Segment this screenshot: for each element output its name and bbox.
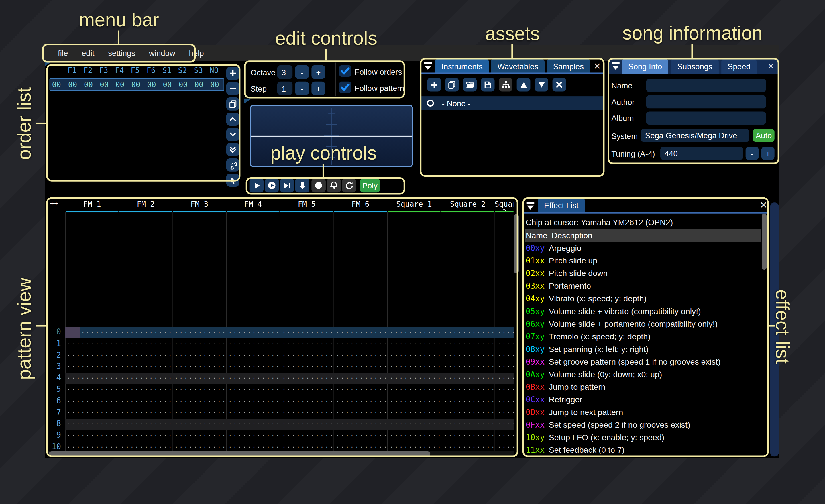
- pattern-cell[interactable]: ···········: [65, 339, 119, 350]
- pattern-row-cells[interactable]: ········································…: [65, 385, 514, 396]
- play-from-cursor-button[interactable]: [280, 178, 294, 193]
- pattern-cell[interactable]: ···········: [65, 373, 119, 384]
- pattern-cell[interactable]: ···········: [442, 385, 496, 396]
- pattern-cell[interactable]: ···········: [119, 408, 173, 419]
- tuning-minus-button[interactable]: -: [746, 147, 759, 160]
- pattern-cell[interactable]: ···········: [119, 373, 173, 384]
- stop-button[interactable]: [311, 178, 326, 193]
- auto-system-button[interactable]: Auto: [753, 129, 774, 142]
- pattern-row-cells[interactable]: ········································…: [65, 373, 514, 384]
- tuning-input[interactable]: 440: [660, 147, 743, 160]
- pattern-cell[interactable]: ···········: [388, 408, 442, 419]
- pattern-cell[interactable]: ···········: [496, 385, 514, 396]
- order-channel-header[interactable]: F4: [111, 66, 127, 74]
- channel-header-fm-1[interactable]: FM 1: [65, 200, 119, 211]
- effect-row[interactable]: 07xyTremolo (x: speed; y: depth): [525, 330, 761, 343]
- pattern-cell[interactable]: ···········: [65, 361, 119, 372]
- order-remove-button[interactable]: [226, 82, 239, 95]
- pattern-cell[interactable]: ···········: [496, 339, 514, 350]
- order-cell[interactable]: 00: [191, 80, 207, 89]
- channel-header-square-2[interactable]: Square 2: [441, 200, 495, 211]
- pattern-cell[interactable]: ···········: [281, 350, 334, 361]
- pattern-cell[interactable]: ···········: [119, 385, 173, 396]
- pattern-hscrollbar[interactable]: [49, 451, 431, 456]
- effect-row[interactable]: 10xySetup LFO (x: enable; y: speed): [525, 431, 761, 444]
- pattern-cell[interactable]: ···········: [65, 408, 119, 419]
- tab-effect-list[interactable]: Effect List: [538, 198, 585, 213]
- order-cell[interactable]: 00: [128, 80, 144, 89]
- octave-minus-button[interactable]: -: [295, 65, 309, 79]
- pattern-cell[interactable]: ···········: [388, 373, 442, 384]
- channel-header-fm-6[interactable]: FM 6: [333, 200, 387, 211]
- menu-item-settings[interactable]: settings: [101, 49, 142, 57]
- effect-row[interactable]: 00xyArpeggio: [525, 242, 761, 255]
- pattern-cell[interactable]: ···········: [281, 339, 334, 350]
- effect-row[interactable]: 01xxPitch slide up: [525, 255, 761, 267]
- menu-item-edit[interactable]: edit: [75, 49, 101, 57]
- pattern-cell[interactable]: ···········: [119, 396, 173, 407]
- pattern-cell[interactable]: ···········: [119, 419, 173, 430]
- effect-row[interactable]: 11xxSet feedback (0 to 7): [525, 444, 761, 456]
- tab-samples[interactable]: Samples: [547, 59, 590, 74]
- pattern-cell[interactable]: ···········: [334, 385, 388, 396]
- tab-instruments[interactable]: Instruments: [435, 59, 489, 74]
- pattern-cell[interactable]: ···········: [496, 350, 514, 361]
- pattern-cell[interactable]: ···········: [442, 430, 496, 441]
- effect-row[interactable]: 06xyVolume slide + portamento (compatibi…: [525, 318, 761, 330]
- pattern-cell[interactable]: ···········: [388, 339, 442, 350]
- pattern-cell[interactable]: ···········: [65, 385, 119, 396]
- pattern-cell[interactable]: ···········: [281, 430, 334, 441]
- tuning-plus-button[interactable]: +: [761, 147, 774, 160]
- pattern-cell[interactable]: ···········: [227, 373, 281, 384]
- pattern-cell[interactable]: ···········: [334, 339, 388, 350]
- effect-row[interactable]: 09xxSet groove pattern (speed 1 if no gr…: [525, 356, 761, 368]
- step-row-button[interactable]: [295, 178, 309, 193]
- order-channel-header[interactable]: F1: [64, 66, 80, 74]
- pattern-cell[interactable]: ···········: [173, 430, 227, 441]
- order-add-button[interactable]: [226, 67, 239, 80]
- pattern-cell[interactable]: ···········: [388, 396, 442, 407]
- order-cell[interactable]: 00: [96, 80, 112, 89]
- pattern-cell[interactable]: ···········: [388, 430, 442, 441]
- effect-row[interactable]: 04xyVibrato (x: speed; y: depth): [525, 292, 761, 305]
- order-channel-header[interactable]: F3: [96, 66, 111, 74]
- pattern-cell[interactable]: ···········: [442, 408, 496, 419]
- move-asset-up-button[interactable]: [517, 78, 530, 92]
- pattern-cell[interactable]: ···········: [173, 408, 227, 419]
- close-icon[interactable]: ✕: [760, 201, 767, 210]
- delete-asset-button[interactable]: [552, 78, 566, 92]
- effect-row[interactable]: 03xxPortamento: [525, 280, 761, 292]
- order-channel-header[interactable]: F6: [143, 66, 159, 74]
- pattern-cell[interactable]: ···········: [65, 396, 119, 407]
- pattern-cell[interactable]: ···········: [173, 419, 227, 430]
- pattern-row-cells[interactable]: ········································…: [65, 396, 514, 407]
- effect-row[interactable]: 0BxxJump to pattern: [525, 381, 761, 394]
- pattern-cell[interactable]: ···········: [334, 361, 388, 372]
- pattern-cell[interactable]: ···········: [334, 396, 388, 407]
- pattern-row-cells[interactable]: ········································…: [65, 339, 514, 350]
- channel-header-fm-4[interactable]: FM 4: [226, 200, 280, 211]
- pattern-cell[interactable]: ···········: [442, 361, 496, 372]
- move-asset-down-button[interactable]: [534, 78, 548, 92]
- pattern-cell[interactable]: ···········: [496, 408, 514, 419]
- pattern-cell[interactable]: ···········: [227, 339, 281, 350]
- tab-subsongs[interactable]: Subsongs: [671, 59, 719, 74]
- menu-item-help[interactable]: help: [182, 49, 211, 57]
- pattern-cell[interactable]: ···········: [334, 430, 388, 441]
- pattern-corner-button[interactable]: ++: [50, 199, 58, 207]
- pattern-cell[interactable]: ···········: [496, 361, 514, 372]
- pattern-cell[interactable]: ···········: [227, 408, 281, 419]
- pattern-cell[interactable]: ···········: [388, 327, 442, 338]
- order-cell[interactable]: 00: [207, 80, 223, 89]
- pattern-cell[interactable]: ···········: [334, 327, 388, 338]
- menu-item-window[interactable]: window: [142, 49, 182, 57]
- pattern-cell[interactable]: ···········: [281, 396, 334, 407]
- pattern-cell[interactable]: ···········: [119, 350, 173, 361]
- follow-pattern-checkbox[interactable]: [340, 82, 351, 93]
- pattern-cell[interactable]: ···········: [173, 361, 227, 372]
- order-row-selected[interactable]: 0000000000000000000000: [50, 78, 224, 91]
- tab-wavetables[interactable]: Wavetables: [491, 59, 544, 74]
- metronome-icon[interactable]: [327, 178, 341, 193]
- pattern-cell[interactable]: ···········: [388, 385, 442, 396]
- channel-header-square-3[interactable]: Square 3: [495, 200, 514, 211]
